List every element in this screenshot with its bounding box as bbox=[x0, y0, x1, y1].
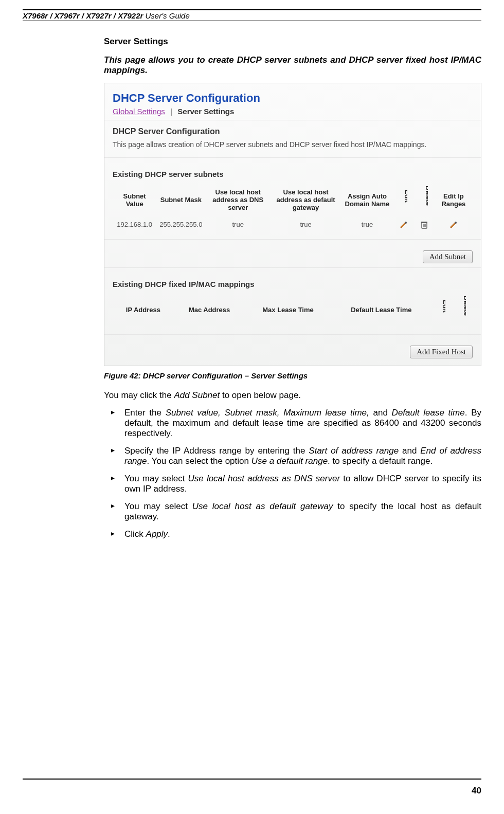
edit-ip-ranges-icon[interactable] bbox=[435, 217, 473, 232]
th-edit: Edit bbox=[400, 204, 407, 211]
th-use-local-dns: Use local host address as DNS server bbox=[205, 183, 271, 217]
page-header: X7968r / X7967r / X7927r / X7922r User's… bbox=[23, 10, 481, 21]
svg-text:Delete: Delete bbox=[424, 186, 428, 206]
th-assign-auto: Assign Auto Domain Name bbox=[341, 183, 393, 217]
tab-server-settings: Server Settings bbox=[177, 107, 234, 116]
th-subnet-value: Subnet Value bbox=[113, 183, 156, 217]
header-models: X7968r / X7967r / X7927r / X7922r bbox=[23, 11, 143, 20]
list-item: Enter the Subnet value, Subnet mask, Max… bbox=[104, 408, 481, 439]
page-number: 40 bbox=[472, 786, 481, 796]
tab-global-settings[interactable]: Global Settings bbox=[113, 107, 165, 116]
svg-point-8 bbox=[455, 222, 457, 224]
cell-use-local-dns: true bbox=[205, 217, 271, 232]
th-delete: Delete bbox=[421, 208, 428, 215]
th-ip: IP Address bbox=[113, 293, 174, 327]
list-item: Click Apply. bbox=[104, 529, 481, 539]
header-suffix: User's Guide bbox=[146, 11, 190, 20]
cell-subnet-value: 192.168.1.0 bbox=[113, 217, 156, 232]
subnets-title: Existing DHCP server subnets bbox=[104, 165, 481, 183]
th-edit-ip: Edit Ip Ranges bbox=[435, 183, 473, 217]
th-fixed-edit: Edit bbox=[438, 314, 445, 321]
cell-assign-auto: true bbox=[341, 217, 393, 232]
list-item: Specify the IP Address range by entering… bbox=[104, 446, 481, 466]
ss-heading: DHCP Server Configuration bbox=[104, 127, 481, 139]
cell-use-local-gw: true bbox=[271, 217, 341, 232]
svg-rect-7 bbox=[421, 222, 427, 223]
svg-text:Delete: Delete bbox=[462, 296, 466, 316]
th-mac: Mac Address bbox=[174, 293, 245, 327]
delete-subnet-icon[interactable] bbox=[414, 217, 435, 232]
edit-subnet-icon[interactable] bbox=[393, 217, 414, 232]
figure-caption: Figure 42: DHCP server Configuration – S… bbox=[104, 371, 481, 380]
tab-separator: | bbox=[170, 107, 172, 116]
list-item: You may select Use local host address as… bbox=[104, 474, 481, 494]
ss-desc: This page allows creation of DHCP server… bbox=[104, 139, 481, 155]
th-max-lease: Max Lease Time bbox=[245, 293, 331, 327]
fixed-title: Existing DHCP fixed IP/MAC mappings bbox=[104, 275, 481, 293]
add-subnet-button[interactable]: Add Subnet bbox=[423, 250, 473, 263]
svg-text:Edit: Edit bbox=[404, 190, 407, 203]
svg-text:Edit: Edit bbox=[442, 300, 445, 313]
table-row: 192.168.1.0 255.255.255.0 true true true bbox=[113, 217, 473, 232]
cell-subnet-mask: 255.255.255.0 bbox=[156, 217, 205, 232]
section-title: Server Settings bbox=[104, 37, 481, 47]
add-fixed-host-button[interactable]: Add Fixed Host bbox=[410, 346, 473, 358]
th-default-lease: Default Lease Time bbox=[331, 293, 431, 327]
subnets-table: Subnet Value Subnet Mask Use local host … bbox=[113, 183, 473, 232]
list-item: You may select Use local host as default… bbox=[104, 501, 481, 522]
screenshot-panel: DHCP Server Configuration Global Setting… bbox=[104, 83, 481, 366]
intro-text: This page allows you to create DHCP serv… bbox=[104, 55, 481, 76]
svg-point-2 bbox=[405, 222, 407, 224]
fixed-table: IP Address Mac Address Max Lease Time De… bbox=[113, 293, 473, 327]
ss-title: DHCP Server Configuration bbox=[104, 88, 481, 107]
th-fixed-delete: Delete bbox=[459, 318, 466, 325]
paragraph-intro: You may click the Add Subnet to open bel… bbox=[104, 390, 481, 401]
th-use-local-gw: Use local host address as default gatewa… bbox=[271, 183, 341, 217]
th-subnet-mask: Subnet Mask bbox=[156, 183, 205, 217]
